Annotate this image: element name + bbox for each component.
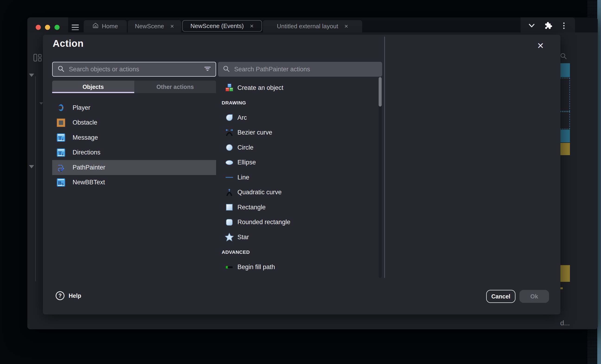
action-section-header: ADVANCED bbox=[218, 245, 378, 260]
action-label: Quadratic curve bbox=[237, 189, 282, 196]
scene-object-block bbox=[560, 143, 570, 155]
tab-other-actions[interactable]: Other actions bbox=[134, 81, 216, 93]
filter-icon[interactable] bbox=[204, 66, 211, 73]
action-row[interactable]: Arc bbox=[218, 110, 378, 125]
obstacle-icon bbox=[57, 119, 65, 127]
help-button[interactable]: ? Help bbox=[56, 291, 81, 300]
close-tab-icon[interactable]: ✕ bbox=[170, 24, 174, 29]
main-menu-icon[interactable] bbox=[72, 25, 79, 30]
object-row[interactable]: Tx Directions bbox=[52, 145, 216, 160]
scene-object-thumbnails bbox=[560, 32, 571, 329]
pathpainter-icon bbox=[57, 163, 65, 172]
action-row[interactable]: Star bbox=[218, 230, 378, 245]
maximize-window-button[interactable] bbox=[54, 25, 60, 30]
action-dialog: Action ✕ ObjectsOther actions Player Obs… bbox=[43, 35, 561, 315]
home-icon bbox=[92, 22, 99, 30]
action-row[interactable]: Begin fill path bbox=[218, 259, 378, 275]
close-window-button[interactable] bbox=[36, 25, 41, 30]
object-label: Obstacle bbox=[73, 119, 97, 126]
action-row[interactable]: Bezier curve bbox=[218, 125, 378, 140]
extensions-icon[interactable] bbox=[543, 21, 553, 31]
close-tab-icon[interactable]: ✕ bbox=[250, 24, 254, 29]
object-list: Player Obstacle Tx Message Tx Directions… bbox=[52, 100, 216, 190]
events-panel-icon bbox=[33, 54, 42, 63]
action-label: Create an object bbox=[237, 84, 283, 91]
action-row[interactable]: Line bbox=[218, 170, 378, 185]
player-icon bbox=[57, 104, 65, 112]
action-row[interactable]: Ellipse bbox=[218, 155, 378, 170]
scene-selection-outline bbox=[560, 112, 570, 129]
cancel-button[interactable]: Cancel bbox=[486, 290, 515, 303]
object-label: Player bbox=[73, 104, 90, 111]
window-tab[interactable]: Home bbox=[84, 20, 127, 32]
window-tab[interactable]: NewScene ✕ bbox=[128, 20, 181, 32]
tree-expand-arrow-icon[interactable] bbox=[40, 102, 43, 105]
bezier-curve-icon bbox=[225, 128, 234, 137]
object-row[interactable]: PathPainter bbox=[52, 160, 216, 175]
ellipse-icon bbox=[225, 158, 234, 167]
actions-search-input[interactable] bbox=[234, 66, 378, 73]
titlebar-menu bbox=[521, 17, 575, 34]
tab-objects[interactable]: Objects bbox=[52, 81, 134, 93]
action-label: Rounded rectangle bbox=[237, 219, 290, 226]
tree-expand-arrow-icon[interactable] bbox=[29, 74, 34, 77]
object-row[interactable]: Tx Message bbox=[52, 130, 216, 145]
svg-text:B: B bbox=[58, 180, 61, 186]
actions-search-box bbox=[218, 62, 382, 77]
action-row[interactable]: Create an object bbox=[218, 80, 378, 96]
objects-search-input[interactable] bbox=[69, 66, 204, 73]
action-label: Line bbox=[237, 174, 249, 181]
close-dialog-icon[interactable]: ✕ bbox=[534, 39, 547, 52]
tab-label: Home bbox=[102, 23, 118, 30]
action-row[interactable]: Rectangle bbox=[218, 200, 378, 215]
quadratic-curve-icon bbox=[225, 188, 234, 197]
object-type-tabs: ObjectsOther actions bbox=[52, 81, 216, 93]
circle-icon bbox=[225, 143, 234, 152]
action-section-header: DRAWING bbox=[218, 96, 378, 110]
svg-text:T: T bbox=[58, 135, 62, 141]
action-label: Arc bbox=[237, 114, 247, 121]
action-row[interactable] bbox=[218, 275, 378, 278]
action-list-scrollbar bbox=[379, 77, 382, 278]
object-label: Directions bbox=[73, 149, 100, 156]
action-label: Begin fill path bbox=[237, 264, 275, 271]
action-row[interactable]: Circle bbox=[218, 140, 378, 155]
object-row[interactable]: Bb NewBBText bbox=[52, 175, 216, 190]
tree-expand-arrow-icon[interactable] bbox=[29, 165, 34, 168]
events-tree-guide bbox=[35, 77, 36, 281]
window-tab[interactable]: Untitled external layout ✕ bbox=[263, 20, 362, 32]
action-row[interactable]: Rounded rectangle bbox=[218, 215, 378, 230]
panel-divider bbox=[384, 37, 385, 278]
arc-icon bbox=[225, 113, 234, 122]
object-row[interactable]: Player bbox=[52, 100, 216, 115]
action-row[interactable]: Quadratic curve bbox=[218, 185, 378, 200]
object-label: PathPainter bbox=[73, 164, 105, 171]
action-label: Bezier curve bbox=[237, 129, 272, 136]
action-label: Ellipse bbox=[237, 159, 256, 166]
titlebar: Home NewScene ✕ NewScene (Events) ✕ Unti… bbox=[27, 17, 598, 32]
dialog-title: Action bbox=[53, 38, 84, 49]
scene-object-block bbox=[560, 265, 570, 282]
action-label: Rectangle bbox=[237, 204, 266, 211]
tab-label: NewScene bbox=[135, 23, 164, 30]
scrollbar-thumb[interactable] bbox=[379, 77, 382, 106]
objects-search-box bbox=[52, 62, 216, 77]
chevron-down-icon[interactable] bbox=[527, 21, 537, 31]
action-label: Circle bbox=[237, 144, 253, 151]
bbtext-icon: Bb bbox=[57, 178, 65, 187]
kebab-menu-icon[interactable] bbox=[559, 21, 569, 31]
ok-button[interactable]: Ok bbox=[519, 290, 549, 303]
svg-text:T: T bbox=[58, 150, 62, 156]
svg-text:x: x bbox=[62, 152, 63, 156]
tab-label: Untitled external layout bbox=[277, 23, 338, 30]
truncated-label: d... bbox=[560, 319, 570, 327]
search-icon bbox=[223, 65, 230, 73]
close-tab-icon[interactable]: ✕ bbox=[344, 24, 348, 29]
svg-text:x: x bbox=[62, 138, 63, 141]
line-icon bbox=[225, 173, 234, 182]
object-row[interactable]: Obstacle bbox=[52, 115, 216, 130]
window-tab[interactable]: NewScene (Events) ✕ bbox=[182, 20, 262, 32]
help-label: Help bbox=[69, 292, 81, 299]
action-list: Create an object DRAWING Arc Bezier curv… bbox=[218, 80, 378, 278]
minimize-window-button[interactable] bbox=[45, 25, 50, 30]
